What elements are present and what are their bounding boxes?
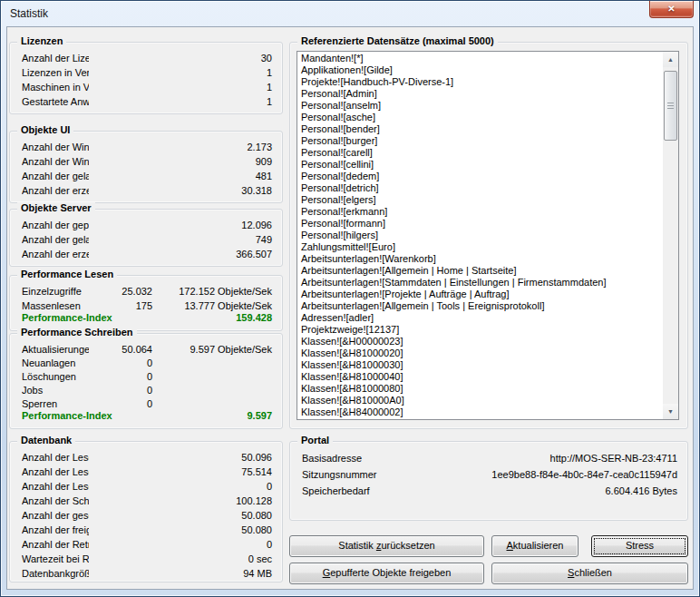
list-item[interactable]: Personal![hilgers] bbox=[298, 230, 662, 241]
stat-row: Lizenzen in Verwendung 1 bbox=[11, 65, 281, 80]
stat-mid-value: 0 bbox=[89, 385, 152, 396]
list-item[interactable]: Personal![erkmann] bbox=[298, 206, 662, 218]
list-item[interactable]: Arbeitsunterlagen![Projekte | Aufträge |… bbox=[298, 289, 662, 300]
list-item[interactable]: Zahlungsmittel![Euro] bbox=[298, 241, 662, 253]
stat-row: Anzahl der Leseoperationen 50.096 bbox=[11, 450, 281, 465]
portal-row: Speicherbedarf 6.604.416 Bytes bbox=[291, 483, 686, 499]
group-objekte-server: Objekte Server Anzahl der gepufferten Da… bbox=[9, 209, 283, 267]
list-item[interactable]: Klassen![&H810000A0] bbox=[298, 395, 662, 406]
stat-label: Anzahl der Lizenzen bbox=[22, 53, 89, 64]
button-accel: G bbox=[323, 567, 331, 578]
list-item[interactable]: Personal![asche] bbox=[298, 112, 662, 123]
list-item[interactable]: Personal![carell] bbox=[298, 147, 662, 159]
list-item[interactable]: Arbeitsunterlagen![Stammdaten | Einstell… bbox=[298, 277, 662, 289]
list-item[interactable]: Arbeitsunterlagen![Allgemein | Home | St… bbox=[298, 265, 662, 277]
stat-label: Anzahl der Windows USER Objekte bbox=[22, 156, 89, 167]
stat-row: Anzahl der Leseoperationen (Cache) 75.51… bbox=[11, 465, 281, 479]
stat-value: 50.080 bbox=[152, 510, 272, 521]
portal-rows: Basisadresse http://MOS-SER-NB-23:4711 S… bbox=[291, 450, 686, 499]
group-referenzierte-datensaetze: Referenzierte Datensätze (maximal 5000) … bbox=[289, 42, 688, 429]
release-buffered-objects-button[interactable]: Gepufferte Objekte freigeben bbox=[289, 563, 484, 584]
stat-label: Datenbankgröße (JET) bbox=[22, 568, 89, 579]
list-item[interactable]: Personal![elgers] bbox=[298, 194, 662, 206]
lizenzen-rows: Anzahl der Lizenzen 30 Lizenzen in Verwe… bbox=[11, 51, 281, 109]
list-item[interactable]: Personal![Admin] bbox=[298, 88, 662, 100]
list-item[interactable]: Klassen![&H81000040] bbox=[298, 371, 662, 383]
list-item[interactable]: Arbeitsunterlagen![Allgemein | Tools | E… bbox=[298, 300, 662, 312]
list-item[interactable]: Personal![anselm] bbox=[298, 100, 662, 112]
stat-mid-value: 0 bbox=[89, 371, 152, 382]
titlebar[interactable]: Statistik ✕ bbox=[1, 1, 699, 26]
stat-label: Wartezeit bei Retries bbox=[22, 553, 89, 564]
portal-value: http://MOS-SER-NB-23:4711 bbox=[550, 453, 677, 464]
group-title-lizenzen: Lizenzen bbox=[17, 35, 66, 46]
close-icon: ✕ bbox=[650, 1, 693, 16]
refresh-button[interactable]: Aktualisieren bbox=[491, 535, 578, 557]
list-item[interactable]: Personal![cellini] bbox=[298, 159, 662, 171]
stress-button[interactable]: Stress bbox=[591, 535, 688, 557]
group-title-objekte-ui: Objekte UI bbox=[17, 124, 73, 135]
list-item[interactable]: Klassen![&H84000002] bbox=[298, 406, 662, 418]
stat-value: 909 bbox=[152, 156, 272, 167]
button-label: epufferte Objekte freigeben bbox=[330, 567, 451, 578]
stat-label: Anzahl der Leseoperationen (Cache) bbox=[22, 466, 89, 477]
list-item[interactable]: Klassen![&H81000080] bbox=[298, 383, 662, 395]
scrollbar-thumb[interactable] bbox=[664, 71, 677, 141]
stat-row: Anzahl der Windows GDI Objekte 2.173 bbox=[11, 140, 281, 154]
stat-row: Anzahl der Schreiboperationen 100.128 bbox=[11, 494, 281, 508]
stat-row: Anzahl der geladenen APP Objekte 481 bbox=[11, 169, 281, 183]
list-item[interactable]: Applikationen![Gilde] bbox=[298, 64, 662, 76]
stat-label: Anzahl der Leseoperationen bbox=[22, 452, 89, 463]
button-label: chließen bbox=[574, 567, 612, 578]
performance-index-value: 159.428 bbox=[236, 312, 272, 323]
stat-label: Lizenzen in Verwendung bbox=[22, 67, 89, 78]
stat-label: Sperren bbox=[22, 398, 89, 409]
close-button[interactable]: ✕ bbox=[649, 1, 694, 18]
stat-label: Anzahl der erzeugten Objekte bbox=[22, 249, 89, 259]
button-label: Stress bbox=[626, 540, 654, 551]
stat-value: 100.128 bbox=[152, 495, 272, 506]
objekte-server-rows: Anzahl der gepufferten Datensätze 12.096… bbox=[11, 218, 281, 261]
stat-value: 94 MB bbox=[152, 568, 272, 579]
objekte-ui-rows: Anzahl der Windows GDI Objekte 2.173 Anz… bbox=[11, 140, 281, 198]
list-item[interactable]: Personal![bender] bbox=[298, 123, 662, 135]
stat-value: 481 bbox=[152, 171, 272, 181]
referenced-records-list: Mandanten![*] Applikationen![Gilde] Proj… bbox=[298, 53, 662, 418]
listbox-vertical-scrollbar[interactable]: ▲ ▼ bbox=[663, 52, 678, 419]
stat-mid-value: 0 bbox=[89, 398, 152, 409]
scroll-up-icon: ▲ bbox=[663, 52, 678, 67]
stat-row: Löschungen 0 bbox=[11, 369, 281, 383]
list-item[interactable]: Personal![burger] bbox=[298, 135, 662, 147]
list-item[interactable]: Personal![detrich] bbox=[298, 182, 662, 194]
list-item[interactable]: Adressen![adler] bbox=[298, 312, 662, 324]
reset-statistics-button[interactable]: Statistik zurücksetzen bbox=[289, 535, 484, 557]
stat-row: Anzahl der Lizenzen 30 bbox=[11, 51, 281, 65]
stat-label: Neuanlagen bbox=[22, 357, 89, 368]
dialog-content: Lizenzen Anzahl der Lizenzen 30 Lizenzen… bbox=[6, 26, 694, 590]
close-dialog-button[interactable]: Schließen bbox=[491, 563, 688, 584]
list-item[interactable]: Projekte![Handbuch-PV-Diverse-1] bbox=[298, 76, 662, 88]
scroll-down-button[interactable]: ▼ bbox=[663, 404, 678, 419]
referenced-records-listbox[interactable]: Mandanten![*] Applikationen![Gilde] Proj… bbox=[297, 51, 679, 420]
group-lizenzen: Lizenzen Anzahl der Lizenzen 30 Lizenzen… bbox=[9, 42, 283, 114]
list-item[interactable]: Projektzweige![12137] bbox=[298, 324, 662, 336]
list-item[interactable]: Klassen![&H81000020] bbox=[298, 347, 662, 359]
stat-value: 2.173 bbox=[152, 142, 272, 152]
stat-label: Maschinen in Verwendung bbox=[22, 82, 89, 93]
stat-row: Maschinen in Verwendung 1 bbox=[11, 80, 281, 94]
performance-index-row: Performance-Index 9.597 bbox=[11, 408, 281, 423]
stat-row: Anzahl der Leseoperationen (read-ahead) … bbox=[11, 479, 281, 494]
list-item[interactable]: Mandanten![*] bbox=[298, 53, 662, 64]
list-item[interactable]: Klassen![&H81000030] bbox=[298, 359, 662, 371]
list-item[interactable]: Personal![formann] bbox=[298, 218, 662, 230]
stat-value: 0 sec bbox=[152, 553, 272, 564]
stat-label: Einzelzugriffe bbox=[22, 286, 89, 297]
stat-row: Anzahl der gepufferten Datensätze 12.096 bbox=[11, 218, 281, 232]
scroll-up-button[interactable]: ▲ bbox=[663, 52, 678, 67]
portal-row: Basisadresse http://MOS-SER-NB-23:4711 bbox=[291, 450, 686, 466]
list-item[interactable]: Arbeitsunterlagen![Warenkorb] bbox=[298, 253, 662, 265]
list-item[interactable]: Klassen![&H00000023] bbox=[298, 336, 662, 347]
list-item[interactable]: Personal![dedem] bbox=[298, 171, 662, 182]
stat-row: Einzelzugriffe 25.032 172.152 Objekte/Se… bbox=[11, 284, 281, 298]
stat-mid-value: 50.064 bbox=[89, 344, 152, 355]
